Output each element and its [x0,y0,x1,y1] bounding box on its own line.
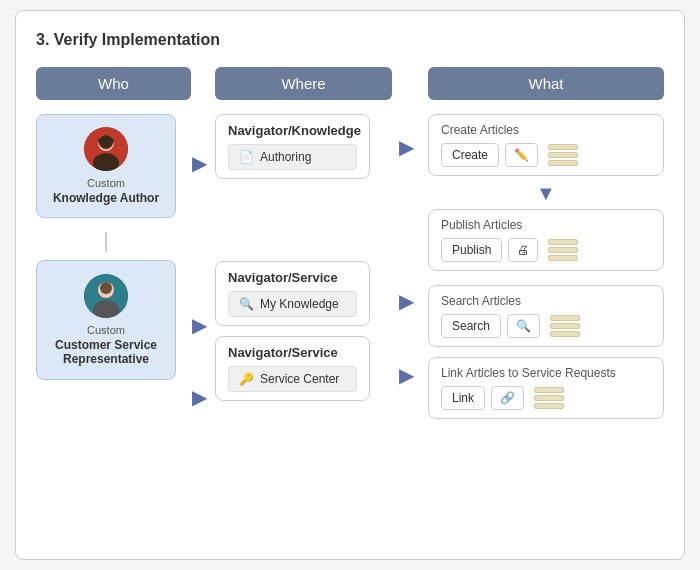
spacer-between-nav [215,187,392,261]
who-label-service: Custom [87,324,125,336]
nav-item-service-center: 🔑 Service Center [228,366,357,392]
publish-print-button[interactable]: 🖨 [508,238,538,262]
publish-btn-label: Publish [452,243,491,257]
link-btn-label: Link [452,391,474,405]
where-header: Where [215,67,392,100]
doc-preview-publish [548,239,578,261]
page-title: 3. Verify Implementation [36,31,664,49]
authoring-icon: 📄 [239,150,254,164]
create-edit-button[interactable]: ✏️ [505,143,538,167]
authoring-label: Authoring [260,150,311,164]
nav-title-knowledge: Navigator/Knowledge [228,123,357,138]
knowledge-label: My Knowledge [260,297,339,311]
what-title-search: Search Articles [441,294,651,308]
search-btn-label: Search [452,319,490,333]
doc-preview-search [550,315,580,337]
what-title-link: Link Articles to Service Requests [441,366,651,380]
arrow-2: ▶ [192,313,207,337]
arrow-where-what-3: ▶ [399,363,414,387]
v-connector-1 [36,232,176,252]
search-actions: Search 🔍 [441,314,651,338]
doc-line-12 [534,403,564,409]
nav-box-service-2: Navigator/Service 🔑 Service Center [215,336,370,401]
what-box-publish: Publish Articles Publish 🖨 [428,209,664,271]
col-where: Where Navigator/Knowledge 📄 Authoring Na… [207,67,392,419]
doc-line-8 [550,323,580,329]
doc-line-7 [550,315,580,321]
who-box-knowledge: Custom Knowledge Author [36,114,176,218]
col-what: What Create Articles Create ✏️ [420,67,664,419]
create-actions: Create ✏️ [441,143,651,167]
svg-point-4 [98,136,114,146]
arrow-col-2: ▶ ▶ ▶ [392,67,420,419]
arrow-col-1: ▶ ▶ ▶ [191,67,207,419]
arrow-where-what-1: ▶ [399,135,414,159]
arrow-where-what-2: ▶ [399,289,414,313]
link-icon-button[interactable]: 🔗 [491,386,524,410]
link-actions: Link 🔗 [441,386,651,410]
who-name-service: Customer Service Representative [45,338,167,366]
nav-item-knowledge: 🔍 My Knowledge [228,291,357,317]
nav-box-knowledge: Navigator/Knowledge 📄 Authoring [215,114,370,179]
doc-line-2 [548,152,578,158]
publish-actions: Publish 🖨 [441,238,651,262]
what-title-publish: Publish Articles [441,218,651,232]
nav-box-service-1: Navigator/Service 🔍 My Knowledge [215,261,370,326]
arrow-1: ▶ [192,151,207,175]
who-name-knowledge: Knowledge Author [53,191,159,205]
doc-line-3 [548,160,578,166]
col-who: Who Custom Knowledge Author [36,67,191,419]
service-center-label: Service Center [260,372,339,386]
link-button[interactable]: Link [441,386,485,410]
doc-line-6 [548,255,578,261]
search-icon-button[interactable]: 🔍 [507,314,540,338]
doc-line-11 [534,395,564,401]
nav-item-authoring: 📄 Authoring [228,144,357,170]
what-box-link: Link Articles to Service Requests Link 🔗 [428,357,664,419]
arrow-3: ▶ [192,385,207,409]
publish-button[interactable]: Publish [441,238,502,262]
avatar-service [84,274,128,318]
doc-preview-link [534,387,564,409]
doc-line-9 [550,331,580,337]
down-arrow-publish: ▼ [428,182,664,205]
doc-line-10 [534,387,564,393]
who-header: Who [36,67,191,100]
nav-title-service-2: Navigator/Service [228,345,357,360]
nav-title-service-1: Navigator/Service [228,270,357,285]
what-box-search: Search Articles Search 🔍 [428,285,664,347]
create-button[interactable]: Create [441,143,499,167]
search-button[interactable]: Search [441,314,501,338]
doc-line-1 [548,144,578,150]
service-center-icon: 🔑 [239,372,254,386]
diagram-container: 3. Verify Implementation Who Custom Know… [15,10,685,560]
what-box-create: Create Articles Create ✏️ [428,114,664,176]
who-box-service: Custom Customer Service Representative [36,260,176,380]
doc-line-5 [548,247,578,253]
doc-line-4 [548,239,578,245]
create-btn-label: Create [452,148,488,162]
columns-layout: Who Custom Knowledge Author [36,67,664,419]
knowledge-icon: 🔍 [239,297,254,311]
what-header: What [428,67,664,100]
what-title-create: Create Articles [441,123,651,137]
who-label-knowledge: Custom [87,177,125,189]
svg-point-8 [100,282,112,294]
avatar-knowledge [84,127,128,171]
doc-preview-create [548,144,578,166]
